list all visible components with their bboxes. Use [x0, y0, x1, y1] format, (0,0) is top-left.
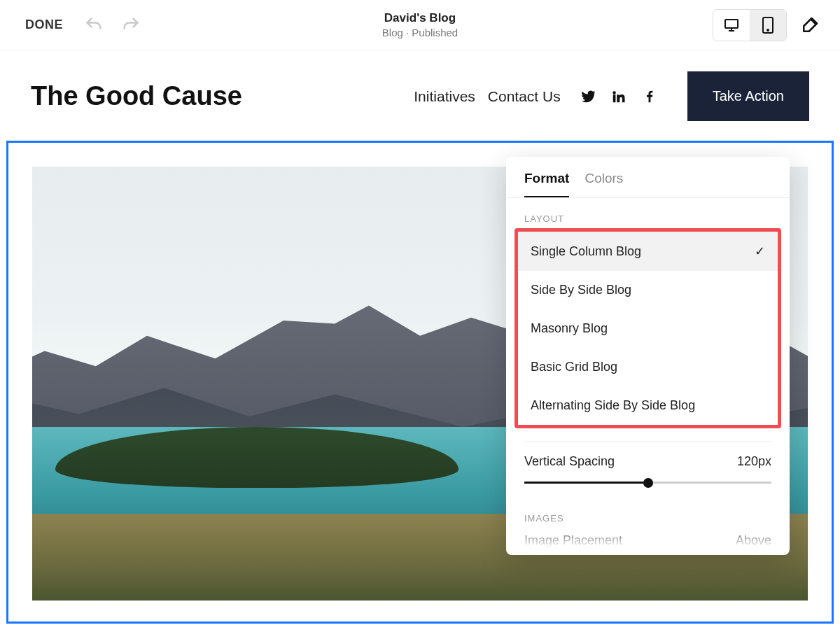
layout-option-label: Masonry Blog: [531, 321, 608, 336]
nav-link-contact[interactable]: Contact Us: [488, 88, 561, 105]
layout-option-single-column[interactable]: Single Column Blog ✓: [518, 232, 778, 271]
desktop-icon: [723, 17, 740, 34]
image-placement-value: Above: [736, 533, 771, 548]
site-header: The Good Cause Initiatives Contact Us Ta…: [0, 50, 840, 141]
twitter-icon: [580, 89, 596, 104]
svg-rect-0: [725, 20, 738, 28]
selected-section[interactable]: Format Colors LAYOUT Single Column Blog …: [6, 141, 834, 624]
site-nav: Initiatives Contact Us Take Action: [414, 71, 809, 121]
mobile-view-button[interactable]: [750, 10, 786, 41]
layout-section-label: LAYOUT: [506, 198, 790, 224]
twitter-link[interactable]: [580, 89, 596, 104]
social-icons: [580, 89, 657, 104]
layout-option-label: Alternating Side By Side Blog: [531, 398, 695, 413]
cta-button[interactable]: Take Action: [687, 71, 809, 121]
nav-link-initiatives[interactable]: Initiatives: [414, 88, 475, 105]
redo-icon: [121, 15, 141, 35]
device-toggle: [713, 9, 787, 41]
editor-toolbar: DONE David's Blog Blog · Published: [0, 0, 840, 50]
site-title: The Good Cause: [31, 81, 242, 111]
done-button[interactable]: DONE: [25, 17, 63, 32]
undo-button[interactable]: [84, 15, 104, 35]
image-placement-row[interactable]: Image Placement Above: [506, 524, 790, 548]
vertical-spacing-label: Vertical Spacing: [524, 454, 615, 469]
facebook-icon: [642, 89, 657, 104]
layout-option-label: Basic Grid Blog: [531, 360, 617, 374]
vertical-spacing-control: Vertical Spacing 120px: [506, 454, 790, 484]
desktop-view-button[interactable]: [713, 10, 750, 41]
toolbar-right: [713, 9, 820, 41]
images-section-label: IMAGES: [506, 492, 790, 524]
layout-option-label: Side By Side Blog: [531, 283, 631, 297]
vertical-spacing-slider[interactable]: [524, 482, 771, 484]
facebook-link[interactable]: [642, 89, 657, 104]
toolbar-center: David's Blog Blog · Published: [382, 11, 458, 38]
layout-option-masonry[interactable]: Masonry Blog: [518, 309, 778, 348]
slider-header: Vertical Spacing 120px: [524, 454, 771, 469]
canvas: The Good Cause Initiatives Contact Us Ta…: [0, 50, 840, 624]
tab-format[interactable]: Format: [524, 171, 569, 197]
slider-thumb[interactable]: [643, 478, 653, 488]
tab-colors[interactable]: Colors: [584, 171, 623, 197]
history-buttons: [84, 15, 141, 35]
svg-point-2: [767, 29, 769, 31]
redo-button[interactable]: [121, 15, 141, 35]
layout-options-highlight: Single Column Blog ✓ Side By Side Blog M…: [514, 228, 781, 428]
slider-fill: [524, 482, 648, 484]
vertical-spacing-value: 120px: [737, 454, 771, 469]
page-name: David's Blog: [382, 11, 458, 25]
image-placement-label: Image Placement: [524, 533, 622, 548]
linkedin-link[interactable]: [611, 89, 626, 104]
undo-icon: [84, 15, 104, 35]
paintbrush-icon: [799, 15, 820, 36]
mobile-icon: [762, 16, 774, 34]
toolbar-left: DONE: [25, 15, 141, 35]
format-panel: Format Colors LAYOUT Single Column Blog …: [506, 157, 790, 555]
paintbrush-button[interactable]: [799, 15, 820, 36]
check-icon: ✓: [755, 244, 765, 259]
panel-divider: [524, 441, 771, 442]
page-meta: Blog · Published: [382, 27, 458, 38]
layout-option-alternating[interactable]: Alternating Side By Side Blog: [518, 386, 778, 425]
panel-tabs: Format Colors: [506, 157, 790, 198]
layout-option-side-by-side[interactable]: Side By Side Blog: [518, 271, 778, 309]
layout-option-basic-grid[interactable]: Basic Grid Blog: [518, 348, 778, 386]
layout-option-label: Single Column Blog: [531, 244, 641, 259]
linkedin-icon: [611, 89, 626, 104]
